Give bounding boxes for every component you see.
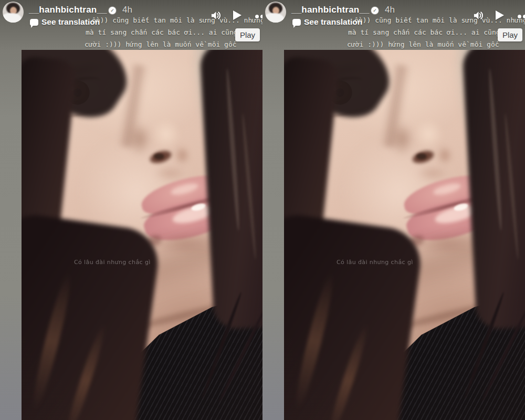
caption-line: cười :))) hứng lên là muốn về môi gốc [85,40,237,48]
story-panel: Có lâu đài nhưng chắc gì ồn)) cũng biết … [0,0,262,420]
stage: Có lâu đài nhưng chắc gì ồn)) cũng biết … [0,0,525,420]
more-dot [255,15,259,18]
story-timestamp: 4h [122,5,132,15]
verified-badge-icon: ✓ [371,7,379,14]
photo-vignette [22,50,262,420]
avatar-shirt [3,13,22,23]
see-translation-button[interactable]: See translation [30,17,100,27]
see-translation-label: See translation [41,17,100,27]
story-timestamp: 4h [385,5,395,15]
more-options-icon[interactable] [518,15,525,18]
photo-watermark: Có lâu đài nhưng chắc gì [337,259,484,266]
caption-line: mà tí sang chấn các bác ơi... ai cũng [348,28,500,36]
more-dot [518,15,521,18]
translation-bubble-icon [30,19,38,26]
play-button[interactable]: Play [498,28,522,41]
username[interactable]: __hanhbichtran__ [29,5,107,15]
volume-icon[interactable] [472,9,485,22]
story-media-photo[interactable]: Có lâu đài nhưng chắc gì [22,50,262,420]
username[interactable]: __hanhbichtran__ [291,5,370,15]
play-icon[interactable] [493,8,506,22]
play-button[interactable]: Play [235,28,260,41]
photo-watermark: Có lâu đài nhưng chắc gì [74,259,221,266]
avatar-shirt [265,13,284,23]
volume-icon[interactable] [210,9,222,22]
translation-bubble-icon [292,19,301,26]
photo-vignette [284,50,525,420]
see-translation-label: See translation [304,17,362,27]
see-translation-button[interactable]: See translation [292,17,362,27]
avatar[interactable] [265,2,286,23]
more-options-icon[interactable] [255,15,262,18]
caption-line: cười :))) hứng lên là muốn về môi gốc [347,40,499,48]
avatar[interactable] [3,2,24,23]
verified-badge-icon: ✓ [109,7,116,14]
story-media-photo[interactable]: Có lâu đài nhưng chắc gì [284,50,525,420]
story-panel-right: Có lâu đài nhưng chắc gì ồn)) cũng biết … [262,0,525,420]
more-dot [523,15,525,18]
caption-line: mà tí sang chấn các bác ơi... ai cũng [86,28,238,36]
play-icon[interactable] [230,8,243,22]
